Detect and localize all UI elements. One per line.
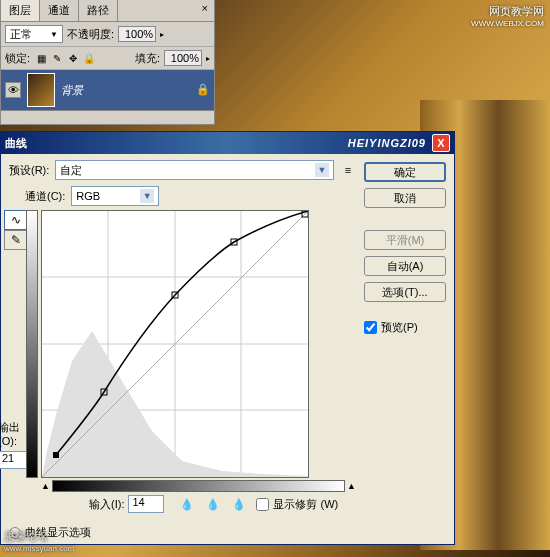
eyedropper-white-icon[interactable]: 💧 bbox=[230, 495, 248, 513]
tool-column: ∿ ✎ 输出(O): 21 bbox=[9, 210, 23, 513]
input-label: 输入(I): bbox=[89, 497, 124, 512]
curve-point-selected[interactable] bbox=[53, 452, 59, 458]
tab-layers[interactable]: 图层 bbox=[1, 0, 40, 21]
layers-empty-area bbox=[1, 110, 214, 124]
graph-wrap: ▲ ▲ 输入(I): 14 💧 💧 💧 bbox=[41, 210, 356, 513]
tab-paths[interactable]: 路径 bbox=[79, 0, 118, 21]
opacity-input[interactable]: 100% bbox=[118, 26, 156, 42]
blend-opacity-row: 正常 ▼ 不透明度: 100% ▸ bbox=[1, 22, 214, 47]
channel-value: RGB bbox=[76, 190, 100, 202]
input-input[interactable]: 14 bbox=[128, 495, 164, 513]
layer-lock-icon: 🔒 bbox=[196, 83, 210, 97]
lock-buttons: ▦ ✎ ✥ 🔒 bbox=[34, 51, 96, 65]
input-gradient bbox=[52, 480, 345, 492]
dialog-right: 确定 取消 平滑(M) 自动(A) 选项(T)... 预览(P) bbox=[364, 160, 446, 513]
output-gradient bbox=[26, 210, 38, 478]
layer-row-background[interactable]: 👁 背景 🔒 bbox=[1, 70, 214, 110]
ok-button[interactable]: 确定 bbox=[364, 162, 446, 182]
visibility-eye-icon[interactable]: 👁 bbox=[5, 82, 21, 98]
curves-dialog: 曲线 HEIYINGZI09 X 预设(R): 自定 ▼ ≡ 通道(C): RG… bbox=[0, 131, 455, 545]
channel-label: 通道(C): bbox=[25, 189, 65, 204]
panel-tabs: 图层 通道 路径 × bbox=[1, 0, 214, 22]
dialog-left: 预设(R): 自定 ▼ ≡ 通道(C): RGB ▼ ∿ ✎ bbox=[9, 160, 356, 513]
chevron-down-icon: ▼ bbox=[315, 163, 329, 177]
show-clipping-label: 显示修剪 (W) bbox=[273, 497, 338, 512]
eyedroppers: 💧 💧 💧 bbox=[178, 495, 248, 513]
bottom-controls: 输入(I): 14 💧 💧 💧 显示修剪 (W) bbox=[41, 495, 356, 513]
fill-input[interactable]: 100% bbox=[164, 50, 202, 66]
black-slider[interactable]: ▲ bbox=[41, 481, 50, 491]
tab-channels[interactable]: 通道 bbox=[40, 0, 79, 21]
preset-select[interactable]: 自定 ▼ bbox=[55, 160, 334, 180]
preview-checkbox[interactable] bbox=[364, 321, 377, 334]
blend-mode-select[interactable]: 正常 ▼ bbox=[5, 25, 63, 43]
blend-mode-value: 正常 bbox=[10, 27, 32, 42]
white-slider[interactable]: ▲ bbox=[347, 481, 356, 491]
preset-label: 预设(R): bbox=[9, 163, 49, 178]
lock-all-icon[interactable]: 🔒 bbox=[82, 51, 96, 65]
smooth-button: 平滑(M) bbox=[364, 230, 446, 250]
fill-label: 填充: bbox=[135, 51, 160, 66]
curve-area: ∿ ✎ 输出(O): 21 bbox=[9, 210, 356, 513]
curves-graph[interactable] bbox=[41, 210, 309, 478]
opacity-label: 不透明度: bbox=[67, 27, 114, 42]
channel-select[interactable]: RGB ▼ bbox=[71, 186, 159, 206]
lock-label: 锁定: bbox=[5, 51, 30, 66]
chevron-down-icon: ▼ bbox=[50, 30, 58, 39]
close-button[interactable]: X bbox=[432, 134, 450, 152]
title-bar[interactable]: 曲线 HEIYINGZI09 X bbox=[1, 132, 454, 154]
channel-row: 通道(C): RGB ▼ bbox=[25, 186, 356, 206]
auto-button[interactable]: 自动(A) bbox=[364, 256, 446, 276]
opacity-value: 100% bbox=[125, 28, 153, 40]
show-clipping-checkbox[interactable] bbox=[256, 498, 269, 511]
curve-point-tool[interactable]: ∿ bbox=[4, 210, 28, 230]
lock-transparent-icon[interactable]: ▦ bbox=[34, 51, 48, 65]
lock-pixels-icon[interactable]: ✎ bbox=[50, 51, 64, 65]
layer-thumbnail[interactable] bbox=[27, 73, 55, 107]
lock-fill-row: 锁定: ▦ ✎ ✥ 🔒 填充: 100% ▸ bbox=[1, 47, 214, 70]
chevron-right-icon[interactable]: ▸ bbox=[160, 30, 164, 39]
dialog-title: 曲线 bbox=[5, 136, 27, 151]
eyedropper-black-icon[interactable]: 💧 bbox=[178, 495, 196, 513]
layers-panel: 图层 通道 路径 × 正常 ▼ 不透明度: 100% ▸ 锁定: ▦ ✎ ✥ 🔒… bbox=[0, 0, 215, 125]
curve-pencil-tool[interactable]: ✎ bbox=[4, 230, 28, 250]
eyedropper-gray-icon[interactable]: 💧 bbox=[204, 495, 222, 513]
preset-menu-icon[interactable]: ≡ bbox=[340, 162, 356, 178]
cancel-button[interactable]: 取消 bbox=[364, 188, 446, 208]
dialog-body: 预设(R): 自定 ▼ ≡ 通道(C): RGB ▼ ∿ ✎ bbox=[1, 154, 454, 521]
watermark-top-right: 网页教学网 WWW.WEBJX.COM bbox=[471, 4, 544, 28]
lock-position-icon[interactable]: ✥ bbox=[66, 51, 80, 65]
watermark-bottom-left: 思缘论坛 www.missyuan.com bbox=[4, 529, 74, 553]
preset-row: 预设(R): 自定 ▼ ≡ bbox=[9, 160, 356, 180]
watermark-text: 思缘论坛 bbox=[4, 529, 74, 544]
preview-label: 预览(P) bbox=[381, 320, 418, 335]
fill-value: 100% bbox=[171, 52, 199, 64]
chevron-right-icon[interactable]: ▸ bbox=[206, 54, 210, 63]
curves-svg bbox=[42, 211, 308, 477]
title-watermark: HEIYINGZI09 bbox=[348, 137, 426, 149]
watermark-url: WWW.WEBJX.COM bbox=[471, 19, 544, 28]
layer-name: 背景 bbox=[61, 83, 83, 98]
preset-value: 自定 bbox=[60, 163, 82, 178]
options-button[interactable]: 选项(T)... bbox=[364, 282, 446, 302]
watermark-url: www.missyuan.com bbox=[4, 544, 74, 553]
close-panel-icon[interactable]: × bbox=[196, 0, 214, 21]
watermark-text: 网页教学网 bbox=[471, 4, 544, 19]
chevron-down-icon: ▼ bbox=[140, 189, 154, 203]
